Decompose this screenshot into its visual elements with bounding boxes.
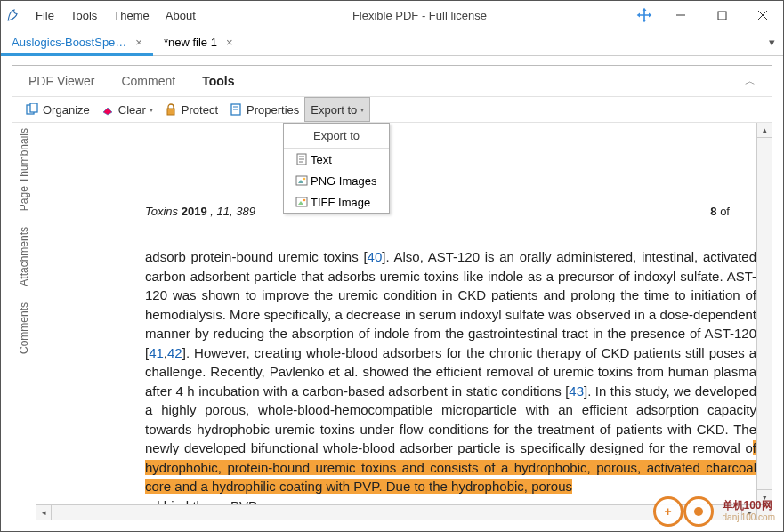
svg-rect-1 (718, 12, 726, 20)
close-button[interactable] (742, 1, 783, 29)
journal-year: 2019 (182, 205, 207, 218)
citation-42[interactable]: 42 (167, 345, 182, 360)
window-controls (660, 1, 783, 29)
lock-icon (164, 102, 178, 117)
export-item-text[interactable]: Text (284, 149, 389, 170)
export-item-tiff-label: TIFF Image (311, 196, 370, 209)
watermark: + 单机100网 danji100.com (653, 496, 775, 527)
organize-label: Organize (43, 103, 90, 117)
scroll-up-icon[interactable]: ▴ (757, 123, 772, 138)
png-file-icon (293, 174, 311, 187)
svg-rect-18 (296, 197, 307, 206)
export-label: Export to (311, 103, 357, 117)
menu-theme[interactable]: Theme (105, 1, 157, 29)
citation-40[interactable]: 40 (368, 249, 383, 264)
move-icon[interactable] (635, 6, 653, 24)
organize-button[interactable]: Organize (20, 97, 95, 122)
doc-tab-2[interactable]: *new file 1 × (153, 29, 244, 55)
clear-label: Clear (118, 103, 146, 117)
ribbon-tab-viewer[interactable]: PDF Viewer (28, 74, 94, 88)
protect-button[interactable]: Protect (158, 97, 223, 122)
menu-tools[interactable]: Tools (62, 1, 105, 29)
svg-rect-15 (296, 176, 307, 185)
journal-name: Toxins (145, 205, 178, 218)
doc-tab-2-label: *new file 1 (164, 36, 217, 49)
main-row: Export to Text PNG Images TIFF Image (12, 123, 772, 520)
scroll-left-icon[interactable]: ◂ (36, 505, 52, 520)
tools-toolbar: Organize Clear Protect Properties Export… (12, 96, 772, 123)
svg-point-17 (303, 178, 306, 181)
export-item-text-label: Text (311, 153, 332, 166)
svg-point-20 (303, 199, 306, 202)
eraser-icon (101, 102, 115, 117)
document-viewport[interactable]: Toxins 2019 , 11, 389 8 of ad (36, 123, 772, 520)
properties-label: Properties (247, 103, 299, 117)
pdf-page: Toxins 2019 , 11, 389 8 of ad (47, 123, 756, 504)
tiff-file-icon (293, 196, 311, 208)
page-header: Toxins 2019 , 11, 389 8 of (145, 205, 730, 218)
page-body-text: adsorb protein-bound uremic toxins [40].… (145, 247, 756, 515)
protect-label: Protect (182, 103, 218, 117)
watermark-text-en: danji100.com (723, 512, 775, 523)
ribbon-collapse-icon[interactable]: ︿ (745, 74, 756, 89)
doc-tab-1-label: Auslogics-BoostSpe… (12, 36, 126, 49)
svg-rect-5 (30, 103, 37, 112)
journal-issue: , 11, 389 (210, 205, 255, 218)
side-tab-comments[interactable]: Comments (18, 302, 30, 354)
export-item-tiff[interactable]: TIFF Image (284, 191, 389, 213)
organize-icon (25, 102, 39, 117)
doc-tab-1[interactable]: Auslogics-BoostSpe… × (1, 29, 153, 55)
app-window: File Tools Theme About Flexible PDF - Fu… (0, 0, 784, 532)
citation-43[interactable]: 43 (569, 383, 584, 399)
app-icon (1, 1, 28, 29)
content-frame: PDF Viewer Comment Tools ︿ Organize Clea… (12, 65, 772, 520)
properties-icon (229, 102, 243, 117)
citation-41[interactable]: 41 (149, 345, 164, 360)
tablist-dropdown-icon[interactable]: ▾ (760, 29, 783, 55)
window-title: Flexible PDF - Full license (204, 9, 635, 22)
export-item-png[interactable]: PNG Images (284, 170, 389, 191)
clear-button[interactable]: Clear (95, 97, 158, 122)
ribbon-tab-tools[interactable]: Tools (202, 74, 234, 88)
ribbon-tab-comment[interactable]: Comment (121, 74, 175, 88)
side-tabs: Page Thumbnails Attachments Comments (12, 123, 36, 520)
maximize-button[interactable] (701, 1, 742, 29)
svg-rect-7 (167, 109, 174, 115)
export-dropdown-header: Export to (284, 124, 389, 149)
watermark-logo-icon: + (653, 496, 714, 527)
content-shell: PDF Viewer Comment Tools ︿ Organize Clea… (1, 56, 783, 531)
ribbon-tabs: PDF Viewer Comment Tools ︿ (12, 66, 772, 96)
menu-about[interactable]: About (158, 1, 204, 29)
doc-tab-2-close-icon[interactable]: × (226, 36, 233, 49)
minimize-button[interactable] (660, 1, 701, 29)
export-dropdown: Export to Text PNG Images TIFF Image (283, 123, 390, 214)
side-tab-thumbnails[interactable]: Page Thumbnails (18, 128, 30, 211)
watermark-text-cn: 单机100网 (723, 500, 775, 512)
properties-button[interactable]: Properties (223, 97, 304, 122)
vertical-scrollbar[interactable]: ▴ ▾ (756, 123, 772, 504)
svg-marker-6 (103, 108, 112, 115)
export-button[interactable]: Export to (304, 97, 370, 122)
menu-file[interactable]: File (28, 1, 62, 29)
text-file-icon (293, 153, 311, 165)
page-number: 8 of (710, 205, 730, 218)
document-tabbar: Auslogics-BoostSpe… × *new file 1 × ▾ (1, 29, 783, 56)
titlebar: File Tools Theme About Flexible PDF - Fu… (1, 1, 783, 29)
side-tab-attachments[interactable]: Attachments (18, 227, 30, 286)
export-item-png-label: PNG Images (311, 174, 376, 188)
doc-tab-1-close-icon[interactable]: × (135, 36, 142, 49)
